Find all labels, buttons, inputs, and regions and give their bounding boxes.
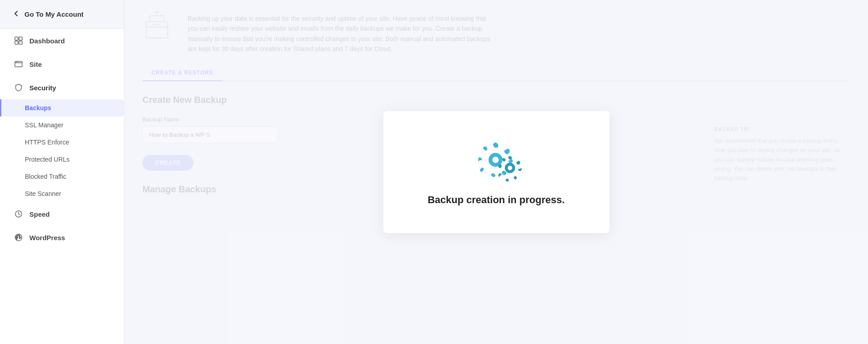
speed-icon [14,209,23,218]
wordpress-label: WordPress [29,234,65,242]
dashboard-icon [14,36,23,45]
main-content-area: Backing up your data is essential for th… [124,0,868,344]
arrow-left-icon [13,10,20,19]
sidebar-security-label: Security [29,84,56,92]
go-to-account-link[interactable]: Go To My Account [0,0,124,29]
sidebar-sub-site-scanner[interactable]: Site Scanner [0,185,124,202]
modal-overlay: Backup creation in progress. [124,0,868,344]
sidebar-item-dashboard[interactable]: Dashboard [0,29,124,52]
svg-point-6 [17,62,18,63]
site-icon [14,60,23,69]
svg-rect-3 [19,41,22,44]
sidebar-sub-ssl-manager[interactable]: SSL Manager [0,116,124,134]
sidebar-sub-blocked-traffic[interactable]: Blocked Traffic [0,168,124,185]
modal-box: Backup creation in progress. [383,111,609,233]
svg-point-5 [16,62,17,63]
wordpress-icon [14,233,23,242]
svg-point-11 [492,157,499,163]
site-scanner-label: Site Scanner [25,190,61,197]
sidebar-item-wordpress[interactable]: WordPress [0,226,124,249]
https-enforce-label: HTTPS Enforce [25,139,69,146]
blocked-traffic-label: Blocked Traffic [25,173,66,180]
sidebar-sub-protected-urls[interactable]: Protected URLs [0,151,124,168]
sidebar-item-security[interactable]: Security [0,76,124,99]
svg-rect-2 [15,41,18,44]
sidebar-sub-backups[interactable]: Backups [0,99,124,116]
svg-point-13 [508,166,512,170]
sidebar-item-site[interactable]: Site [0,52,124,76]
modal-message: Backup creation in progress. [428,194,565,206]
speed-label: Speed [29,210,50,218]
sidebar-site-label: Site [29,60,42,68]
gears-icon [469,138,524,183]
svg-rect-0 [15,37,18,40]
sidebar-sub-https-enforce[interactable]: HTTPS Enforce [0,134,124,151]
svg-rect-1 [19,37,22,40]
sidebar: Go To My Account Dashboard Site [0,0,124,344]
protected-urls-label: Protected URLs [25,156,70,163]
go-to-account-label: Go To My Account [24,10,84,18]
sidebar-item-speed[interactable]: Speed [0,202,124,226]
security-icon [14,83,23,92]
sidebar-dashboard-label: Dashboard [29,37,65,45]
backups-label: Backups [25,104,51,112]
ssl-manager-label: SSL Manager [25,121,63,129]
